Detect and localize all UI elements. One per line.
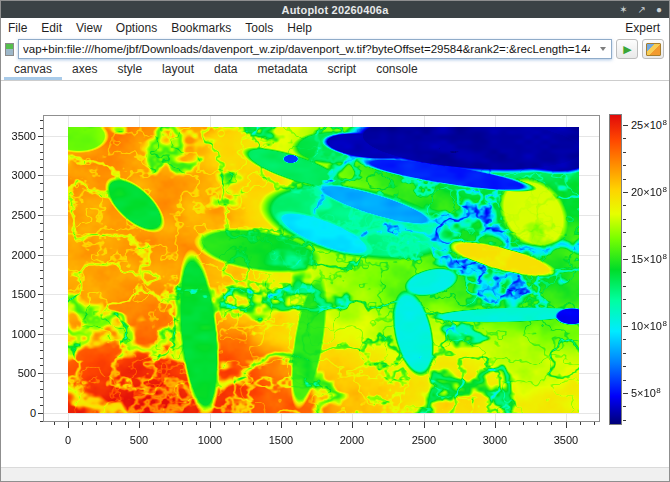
chevron-down-icon[interactable] (594, 40, 611, 58)
menu-item-options[interactable]: Options (109, 19, 164, 37)
x-axis-tick-label: 2000 (327, 434, 377, 446)
colorbar[interactable] (609, 114, 622, 425)
window-title: Autoplot 20260406a (282, 4, 389, 16)
x-axis-minor-tick (338, 422, 339, 425)
x-axis-minor-tick (324, 422, 325, 425)
y-axis-minor-tick (40, 128, 43, 129)
colorbar-minor-tick (623, 219, 626, 220)
y-axis-minor-tick (40, 397, 43, 398)
x-axis-tick-label: 0 (43, 434, 93, 446)
menu-item-file[interactable]: File (1, 19, 34, 37)
y-axis-minor-tick (40, 326, 43, 327)
x-axis-minor-tick (395, 422, 396, 425)
menu-item-view[interactable]: View (69, 19, 109, 37)
tab-metadata[interactable]: metadata (247, 59, 317, 80)
colorbar-minor-tick (623, 286, 626, 287)
x-axis-minor-tick (168, 422, 169, 425)
shade-icon[interactable]: ✶ (619, 5, 627, 15)
y-axis-minor-tick (40, 302, 43, 303)
expert-mode-label[interactable]: Expert (625, 21, 669, 35)
x-axis-tick-label: 1500 (256, 434, 306, 446)
go-button[interactable]: ▶ (616, 39, 638, 59)
colorbar-tick (623, 326, 628, 327)
tab-script[interactable]: script (318, 59, 367, 80)
y-axis-minor-tick (40, 342, 43, 343)
inspect-button[interactable] (642, 39, 664, 59)
y-axis-minor-tick (40, 183, 43, 184)
menu-item-tools[interactable]: Tools (238, 19, 280, 37)
y-axis-minor-tick (40, 247, 43, 248)
colorbar-tick (623, 125, 628, 126)
maximize-icon[interactable]: ↗ (638, 5, 646, 15)
y-axis-tick (38, 373, 43, 374)
x-axis-minor-tick (125, 422, 126, 425)
x-axis-minor-tick (296, 422, 297, 425)
colorbar-minor-tick (623, 272, 626, 273)
y-axis-minor-tick (40, 207, 43, 208)
tab-axes[interactable]: axes (62, 59, 107, 80)
x-axis-minor-tick (96, 422, 97, 425)
x-axis-minor-tick (111, 422, 112, 425)
y-axis-tick (38, 136, 43, 137)
x-axis-minor-tick (480, 422, 481, 425)
colorbar-tick-label: 25×108 (631, 119, 667, 131)
y-axis-minor-tick (40, 199, 43, 200)
colorbar-minor-tick (623, 420, 626, 421)
x-axis-tick-label: 2500 (399, 434, 449, 446)
x-axis-minor-tick (438, 422, 439, 425)
x-axis-tick-label: 3000 (470, 434, 520, 446)
x-axis-minor-tick (82, 422, 83, 425)
colorbar-minor-tick (623, 313, 626, 314)
statusbar (1, 467, 669, 481)
x-axis-tick (139, 422, 140, 428)
tab-style[interactable]: style (107, 59, 152, 80)
y-axis-tick-label: 1500 (1, 288, 36, 300)
y-axis-tick (38, 334, 43, 335)
x-axis-tick-label: 3500 (541, 434, 591, 446)
x-axis-minor-tick (409, 422, 410, 425)
colorbar-minor-tick (623, 299, 626, 300)
y-axis-minor-tick (40, 231, 43, 232)
colorbar-minor-tick (623, 152, 626, 153)
x-axis-minor-tick (580, 422, 581, 425)
y-axis-minor-tick (40, 167, 43, 168)
y-axis-tick-label: 2500 (1, 209, 36, 221)
x-axis-tick (352, 422, 353, 428)
x-axis-tick (495, 422, 496, 428)
tab-layout[interactable]: layout (152, 59, 204, 80)
x-axis-minor-tick (594, 422, 595, 425)
y-axis-minor-tick (40, 152, 43, 153)
titlebar[interactable]: Autoplot 20260406a ✶↗● (1, 1, 669, 18)
plot-area: 0500100015002000250030003500050010001500… (1, 81, 669, 468)
y-axis-minor-tick (40, 191, 43, 192)
menu-item-help[interactable]: Help (280, 19, 319, 37)
tabbar: canvasaxesstylelayoutdatametadatascriptc… (1, 60, 669, 81)
y-axis-minor-tick (40, 365, 43, 366)
colorbar-tick-label: 5×108 (631, 387, 661, 399)
close-icon[interactable]: ● (656, 5, 662, 15)
colorbar-minor-tick (623, 179, 626, 180)
x-axis-minor-tick (523, 422, 524, 425)
colorbar-tick (623, 192, 628, 193)
colorbar-tick-label: 15×108 (631, 253, 667, 265)
y-axis-minor-tick (40, 286, 43, 287)
colorbar-minor-tick (623, 232, 626, 233)
menu-item-bookmarks[interactable]: Bookmarks (164, 19, 238, 37)
uri-input[interactable] (19, 40, 594, 58)
x-axis-tick-label: 500 (114, 434, 164, 446)
colorbar-minor-tick (623, 138, 626, 139)
x-axis-tick (566, 422, 567, 428)
x-axis-tick-label: 1000 (185, 434, 235, 446)
tab-canvas[interactable]: canvas (4, 59, 62, 80)
tab-data[interactable]: data (204, 59, 247, 80)
tab-console[interactable]: console (366, 59, 427, 80)
x-axis-minor-tick (537, 422, 538, 425)
y-axis-minor-tick (40, 120, 43, 121)
autoplot-window: Autoplot 20260406a ✶↗● FileEditViewOptio… (0, 0, 670, 482)
y-axis-tick-label: 500 (1, 367, 36, 379)
menu-item-edit[interactable]: Edit (34, 19, 69, 37)
y-axis-tick (38, 413, 43, 414)
plot-frame (43, 115, 600, 422)
x-axis-tick (424, 422, 425, 428)
file-browse-icon (646, 43, 661, 56)
